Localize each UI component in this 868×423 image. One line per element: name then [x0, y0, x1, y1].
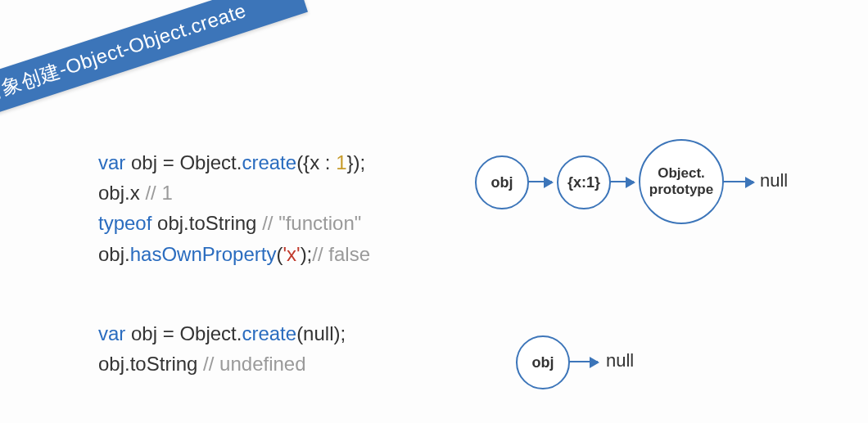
code-text: obj.toString [151, 212, 262, 234]
label-null: null [760, 170, 788, 191]
arrow-icon [527, 181, 552, 182]
string-literal: 'x' [283, 243, 300, 265]
method-hasownproperty: hasOwnProperty [130, 243, 277, 265]
code-line-4: obj.hasOwnProperty('x');// false [98, 239, 370, 269]
code-block-1: var obj = Object.create({x : 1}); obj.x … [98, 147, 370, 269]
code-comment: // "function" [262, 212, 361, 234]
code-line-1: var obj = Object.create({x : 1}); [98, 147, 370, 178]
code-line-6: obj.toString // undefined [98, 349, 370, 379]
code-text: ({x : [296, 151, 336, 173]
code-content: var obj = Object.create({x : 1}); obj.x … [98, 147, 370, 379]
arrow-icon [609, 181, 634, 182]
code-comment: // undefined [203, 353, 305, 375]
code-text: obj. [98, 243, 130, 265]
code-text: obj = Object. [125, 322, 242, 344]
title-ribbon-wrap: 对象创建-Object-Object.create [0, 0, 328, 147]
code-text: ); [301, 243, 313, 265]
code-block-2: var obj = Object.create(null); obj.toStr… [98, 318, 370, 379]
code-text: (null); [296, 322, 346, 344]
keyword-var: var [98, 322, 125, 344]
node-proto-literal: {x:1} [557, 155, 611, 209]
method-create: create [242, 151, 296, 173]
keyword-var: var [98, 151, 125, 173]
code-text: }); [347, 151, 366, 173]
code-line-3: typeof obj.toString // "function" [98, 208, 370, 238]
arrow-icon [568, 361, 598, 362]
prototype-chain-diagram-1: obj {x:1} Object. prototype null [475, 139, 852, 229]
node-obj: obj [516, 335, 570, 389]
keyword-typeof: typeof [98, 212, 151, 234]
code-line-5: var obj = Object.create(null); [98, 318, 370, 349]
code-line-2: obj.x // 1 [98, 178, 370, 208]
node-obj: obj [475, 155, 529, 209]
prototype-chain-diagram-2: obj null [516, 327, 762, 401]
code-text: obj = Object. [125, 151, 242, 173]
node-object-prototype: Object. prototype [639, 139, 724, 224]
code-comment: // false [312, 243, 370, 265]
number-literal: 1 [336, 151, 346, 173]
arrow-icon [722, 181, 753, 182]
code-text: obj.x [98, 182, 145, 204]
label-null: null [606, 350, 634, 371]
method-create: create [242, 322, 296, 344]
code-comment: // 1 [145, 182, 172, 204]
code-text: obj.toString [98, 353, 203, 375]
title-ribbon: 对象创建-Object-Object.create [0, 0, 308, 133]
